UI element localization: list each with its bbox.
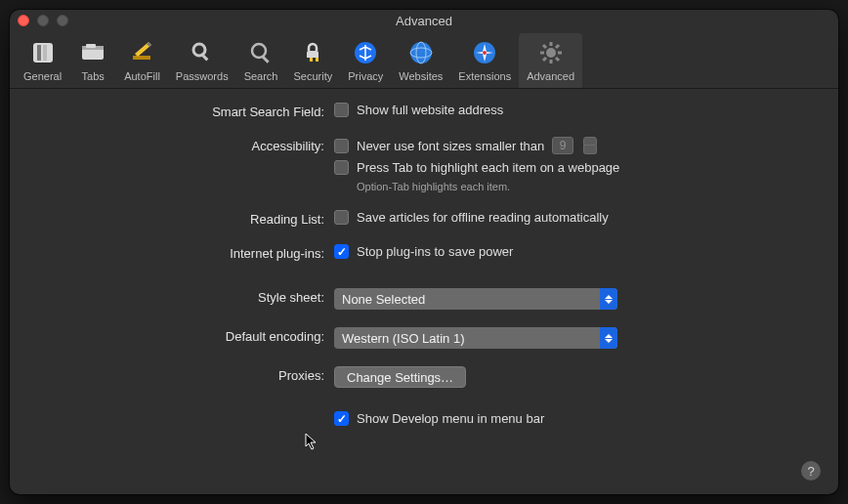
- tab-passwords[interactable]: Passwords: [168, 33, 236, 88]
- tab-search[interactable]: Search: [236, 33, 286, 88]
- close-window-button[interactable]: [18, 15, 29, 26]
- tab-label: General: [23, 70, 62, 82]
- websites-icon: [405, 37, 437, 68]
- tab-label: Tabs: [82, 70, 105, 82]
- svg-point-16: [410, 42, 432, 63]
- button-label: Change Settings…: [347, 370, 453, 385]
- checkbox-press-tab[interactable]: [334, 160, 349, 175]
- row-smart-search: Smart Search Field: Show full website ad…: [37, 103, 811, 119]
- content-pane: Smart Search Field: Show full website ad…: [10, 89, 838, 494]
- row-develop-menu: Show Develop menu in menu bar: [37, 411, 811, 426]
- svg-rect-14: [313, 58, 316, 62]
- row-style-sheet: Style sheet: None Selected: [37, 288, 811, 310]
- svg-rect-10: [262, 56, 270, 63]
- row-plugins: Internet plug-ins: Stop plug-ins to save…: [37, 244, 811, 261]
- checkbox-label: Show Develop menu in menu bar: [357, 411, 544, 426]
- minimize-window-button[interactable]: [37, 15, 49, 26]
- svg-line-28: [543, 58, 546, 61]
- label-proxies: Proxies:: [37, 366, 334, 383]
- tab-security[interactable]: Security: [285, 33, 340, 88]
- svg-line-29: [556, 45, 559, 48]
- checkbox-label: Stop plug-ins to save power: [357, 244, 513, 259]
- preferences-window: Advanced General Tabs AutoFill Passwords: [10, 10, 838, 494]
- checkbox-label: Never use font sizes smaller than: [357, 139, 544, 153]
- tab-websites[interactable]: Websites: [391, 33, 450, 88]
- checkbox-show-full-url[interactable]: [334, 103, 349, 117]
- row-proxies: Proxies: Change Settings…: [37, 366, 811, 388]
- button-change-proxy-settings[interactable]: Change Settings…: [334, 366, 466, 388]
- help-button[interactable]: ?: [801, 461, 821, 481]
- select-arrows-icon: [600, 288, 617, 310]
- advanced-icon: [535, 37, 567, 68]
- checkbox-label: Show full website address: [357, 103, 503, 117]
- svg-point-21: [546, 48, 556, 58]
- privacy-icon: [350, 37, 381, 68]
- select-value: Western (ISO Latin 1): [342, 331, 464, 346]
- checkbox-stop-plugins[interactable]: [334, 244, 349, 259]
- select-style-sheet[interactable]: None Selected: [334, 288, 617, 310]
- svg-rect-5: [86, 44, 96, 48]
- label-accessibility: Accessibility:: [37, 137, 334, 153]
- row-accessibility: Accessibility: Never use font sizes smal…: [37, 137, 811, 192]
- svg-line-26: [543, 45, 546, 48]
- svg-rect-2: [43, 45, 47, 61]
- tab-extensions[interactable]: Extensions: [450, 33, 519, 88]
- checkbox-save-offline[interactable]: [334, 210, 349, 225]
- tab-label: Passwords: [176, 70, 229, 82]
- select-value: None Selected: [342, 292, 425, 307]
- label-reading-list: Reading List:: [37, 210, 334, 227]
- checkbox-show-develop-menu[interactable]: [334, 411, 349, 426]
- mouse-cursor: [305, 433, 318, 450]
- row-reading-list: Reading List: Save articles for offline …: [37, 210, 811, 227]
- tab-label: Extensions: [458, 70, 511, 82]
- tabs-icon: [77, 37, 108, 68]
- general-icon: [27, 37, 59, 68]
- traffic-lights: [18, 15, 68, 26]
- tab-label: Privacy: [348, 70, 383, 82]
- autofill-icon: [126, 37, 157, 68]
- zoom-window-button[interactable]: [57, 15, 68, 26]
- tab-label: Advanced: [527, 70, 574, 82]
- svg-rect-6: [133, 56, 150, 60]
- preferences-toolbar: General Tabs AutoFill Passwords Search: [10, 31, 838, 89]
- tab-autofill[interactable]: AutoFill: [116, 33, 168, 88]
- min-font-size-stepper[interactable]: [583, 137, 597, 154]
- svg-rect-1: [37, 45, 41, 61]
- tab-label: Search: [244, 70, 278, 82]
- help-icon: ?: [807, 464, 814, 479]
- tab-label: AutoFill: [124, 70, 160, 82]
- row-default-encoding: Default encoding: Western (ISO Latin 1): [37, 327, 811, 349]
- checkbox-min-font-size[interactable]: [334, 139, 349, 153]
- hint-option-tab: Option-Tab highlights each item.: [334, 181, 619, 192]
- tab-advanced[interactable]: Advanced: [519, 33, 582, 88]
- tab-tabs[interactable]: Tabs: [69, 33, 116, 88]
- extensions-icon: [469, 37, 500, 68]
- svg-point-9: [252, 44, 266, 58]
- select-arrows-icon: [600, 327, 617, 349]
- tab-privacy[interactable]: Privacy: [340, 33, 391, 88]
- tab-label: Security: [293, 70, 332, 82]
- checkbox-label: Press Tab to highlight each item on a we…: [357, 160, 619, 175]
- label-style-sheet: Style sheet:: [37, 288, 334, 305]
- tab-label: Websites: [399, 70, 443, 82]
- svg-rect-13: [307, 58, 310, 62]
- checkbox-label: Save articles for offline reading automa…: [357, 210, 609, 225]
- passwords-icon: [187, 37, 218, 68]
- titlebar: Advanced: [10, 10, 838, 31]
- label-smart-search: Smart Search Field:: [37, 103, 334, 119]
- security-icon: [297, 37, 328, 68]
- tab-general[interactable]: General: [16, 33, 69, 88]
- svg-point-20: [483, 51, 487, 55]
- min-font-size-field[interactable]: 9: [552, 137, 573, 154]
- search-icon: [245, 37, 276, 68]
- select-default-encoding[interactable]: Western (ISO Latin 1): [334, 327, 617, 349]
- label-default-encoding: Default encoding:: [37, 327, 334, 344]
- svg-line-27: [556, 58, 559, 61]
- window-title: Advanced: [10, 14, 838, 28]
- label-plugins: Internet plug-ins:: [37, 244, 334, 261]
